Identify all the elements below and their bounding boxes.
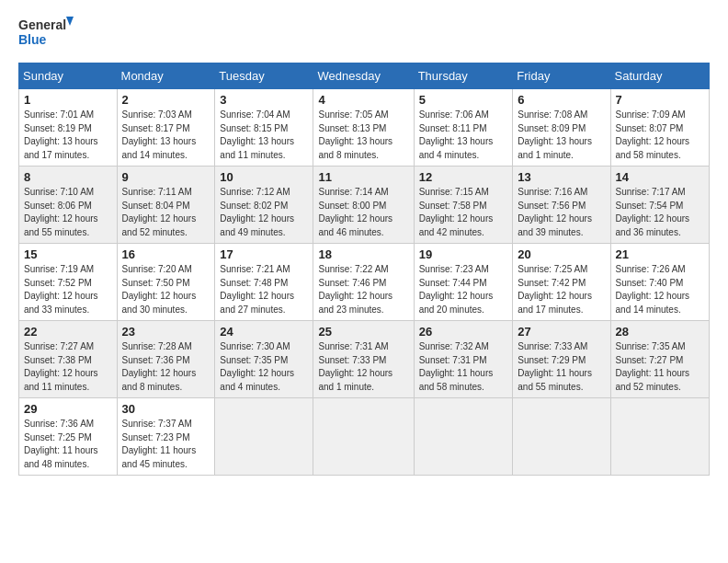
page: General Blue Sunday Monday Tuesday Wedne… bbox=[0, 0, 728, 563]
day-number: 10 bbox=[220, 170, 308, 184]
day-info: Sunrise: 7:06 AMSunset: 8:11 PMDaylight:… bbox=[419, 109, 494, 160]
day-cell: 11 Sunrise: 7:14 AMSunset: 8:00 PMDaylig… bbox=[313, 167, 414, 244]
day-info: Sunrise: 7:25 AMSunset: 7:42 PMDaylight:… bbox=[518, 264, 592, 315]
day-cell: 3 Sunrise: 7:04 AMSunset: 8:15 PMDayligh… bbox=[215, 89, 313, 167]
day-info: Sunrise: 7:05 AMSunset: 8:13 PMDaylight:… bbox=[318, 109, 392, 160]
col-friday: Friday bbox=[513, 63, 610, 89]
svg-text:Blue: Blue bbox=[18, 32, 47, 47]
day-cell: 23 Sunrise: 7:28 AMSunset: 7:36 PMDaylig… bbox=[117, 321, 215, 398]
day-number: 30 bbox=[122, 402, 210, 416]
day-info: Sunrise: 7:10 AMSunset: 8:06 PMDaylight:… bbox=[24, 187, 98, 237]
day-cell: 4 Sunrise: 7:05 AMSunset: 8:13 PMDayligh… bbox=[313, 89, 414, 167]
day-cell: 1 Sunrise: 7:01 AMSunset: 8:19 PMDayligh… bbox=[19, 89, 118, 167]
day-info: Sunrise: 7:22 AMSunset: 7:46 PMDaylight:… bbox=[318, 264, 392, 315]
week-row-2: 8 Sunrise: 7:10 AMSunset: 8:06 PMDayligh… bbox=[19, 167, 710, 244]
day-info: Sunrise: 7:11 AMSunset: 8:04 PMDaylight:… bbox=[122, 187, 197, 237]
day-info: Sunrise: 7:37 AMSunset: 7:23 PMDaylight:… bbox=[122, 419, 197, 469]
day-info: Sunrise: 7:21 AMSunset: 7:48 PMDaylight:… bbox=[220, 264, 294, 315]
day-cell: 20 Sunrise: 7:25 AMSunset: 7:42 PMDaylig… bbox=[513, 244, 610, 321]
logo: General Blue bbox=[18, 15, 74, 52]
day-info: Sunrise: 7:33 AMSunset: 7:29 PMDaylight:… bbox=[518, 341, 592, 392]
day-number: 9 bbox=[122, 170, 210, 184]
day-cell: 30 Sunrise: 7:37 AMSunset: 7:23 PMDaylig… bbox=[117, 398, 215, 476]
day-info: Sunrise: 7:32 AMSunset: 7:31 PMDaylight:… bbox=[419, 341, 494, 392]
day-cell: 16 Sunrise: 7:20 AMSunset: 7:50 PMDaylig… bbox=[117, 244, 215, 321]
day-number: 24 bbox=[220, 325, 308, 339]
col-wednesday: Wednesday bbox=[313, 63, 414, 89]
day-number: 1 bbox=[24, 93, 112, 107]
calendar-header-row: Sunday Monday Tuesday Wednesday Thursday… bbox=[19, 63, 710, 89]
day-info: Sunrise: 7:26 AMSunset: 7:40 PMDaylight:… bbox=[616, 264, 690, 315]
header: General Blue bbox=[18, 15, 710, 52]
day-cell: 7 Sunrise: 7:09 AMSunset: 8:07 PMDayligh… bbox=[610, 89, 709, 167]
day-number: 8 bbox=[24, 170, 112, 184]
day-info: Sunrise: 7:35 AMSunset: 7:27 PMDaylight:… bbox=[616, 341, 690, 392]
day-info: Sunrise: 7:15 AMSunset: 7:58 PMDaylight:… bbox=[419, 187, 494, 237]
day-cell: 18 Sunrise: 7:22 AMSunset: 7:46 PMDaylig… bbox=[313, 244, 414, 321]
day-cell bbox=[414, 398, 513, 476]
day-info: Sunrise: 7:04 AMSunset: 8:15 PMDaylight:… bbox=[220, 109, 294, 160]
day-number: 18 bbox=[318, 247, 408, 261]
day-cell bbox=[513, 398, 610, 476]
day-info: Sunrise: 7:30 AMSunset: 7:35 PMDaylight:… bbox=[220, 341, 294, 392]
day-number: 20 bbox=[518, 247, 605, 261]
svg-marker-2 bbox=[66, 17, 74, 26]
day-cell: 2 Sunrise: 7:03 AMSunset: 8:17 PMDayligh… bbox=[117, 89, 215, 167]
week-row-3: 15 Sunrise: 7:19 AMSunset: 7:52 PMDaylig… bbox=[19, 244, 710, 321]
day-cell bbox=[610, 398, 709, 476]
week-row-5: 29 Sunrise: 7:36 AMSunset: 7:25 PMDaylig… bbox=[19, 398, 710, 476]
day-number: 4 bbox=[318, 93, 408, 107]
col-tuesday: Tuesday bbox=[215, 63, 313, 89]
day-number: 27 bbox=[518, 325, 605, 339]
day-info: Sunrise: 7:28 AMSunset: 7:36 PMDaylight:… bbox=[122, 341, 197, 392]
day-number: 16 bbox=[122, 247, 210, 261]
day-number: 21 bbox=[616, 247, 704, 261]
day-cell: 12 Sunrise: 7:15 AMSunset: 7:58 PMDaylig… bbox=[414, 167, 513, 244]
day-number: 5 bbox=[419, 93, 508, 107]
day-number: 12 bbox=[419, 170, 508, 184]
day-cell: 8 Sunrise: 7:10 AMSunset: 8:06 PMDayligh… bbox=[19, 167, 118, 244]
svg-text:General: General bbox=[18, 17, 66, 32]
day-cell: 21 Sunrise: 7:26 AMSunset: 7:40 PMDaylig… bbox=[610, 244, 709, 321]
day-cell: 27 Sunrise: 7:33 AMSunset: 7:29 PMDaylig… bbox=[513, 321, 610, 398]
col-sunday: Sunday bbox=[19, 63, 118, 89]
day-number: 15 bbox=[24, 247, 112, 261]
day-number: 3 bbox=[220, 93, 308, 107]
day-info: Sunrise: 7:01 AMSunset: 8:19 PMDaylight:… bbox=[24, 109, 98, 160]
day-info: Sunrise: 7:27 AMSunset: 7:38 PMDaylight:… bbox=[24, 341, 98, 392]
day-cell: 29 Sunrise: 7:36 AMSunset: 7:25 PMDaylig… bbox=[19, 398, 118, 476]
day-cell: 5 Sunrise: 7:06 AMSunset: 8:11 PMDayligh… bbox=[414, 89, 513, 167]
day-cell bbox=[215, 398, 313, 476]
day-info: Sunrise: 7:08 AMSunset: 8:09 PMDaylight:… bbox=[518, 109, 592, 160]
day-number: 26 bbox=[419, 325, 508, 339]
day-info: Sunrise: 7:14 AMSunset: 8:00 PMDaylight:… bbox=[318, 187, 392, 237]
day-cell: 24 Sunrise: 7:30 AMSunset: 7:35 PMDaylig… bbox=[215, 321, 313, 398]
day-info: Sunrise: 7:17 AMSunset: 7:54 PMDaylight:… bbox=[616, 187, 690, 237]
day-cell: 10 Sunrise: 7:12 AMSunset: 8:02 PMDaylig… bbox=[215, 167, 313, 244]
day-cell: 6 Sunrise: 7:08 AMSunset: 8:09 PMDayligh… bbox=[513, 89, 610, 167]
calendar: Sunday Monday Tuesday Wednesday Thursday… bbox=[18, 63, 710, 476]
day-info: Sunrise: 7:31 AMSunset: 7:33 PMDaylight:… bbox=[318, 341, 392, 392]
day-info: Sunrise: 7:19 AMSunset: 7:52 PMDaylight:… bbox=[24, 264, 98, 315]
day-cell: 15 Sunrise: 7:19 AMSunset: 7:52 PMDaylig… bbox=[19, 244, 118, 321]
day-cell bbox=[313, 398, 414, 476]
day-number: 7 bbox=[616, 93, 704, 107]
day-number: 14 bbox=[616, 170, 704, 184]
day-cell: 14 Sunrise: 7:17 AMSunset: 7:54 PMDaylig… bbox=[610, 167, 709, 244]
day-number: 2 bbox=[122, 93, 210, 107]
day-number: 13 bbox=[518, 170, 605, 184]
day-info: Sunrise: 7:23 AMSunset: 7:44 PMDaylight:… bbox=[419, 264, 494, 315]
col-saturday: Saturday bbox=[610, 63, 709, 89]
day-info: Sunrise: 7:12 AMSunset: 8:02 PMDaylight:… bbox=[220, 187, 294, 237]
day-cell: 19 Sunrise: 7:23 AMSunset: 7:44 PMDaylig… bbox=[414, 244, 513, 321]
day-cell: 17 Sunrise: 7:21 AMSunset: 7:48 PMDaylig… bbox=[215, 244, 313, 321]
day-info: Sunrise: 7:36 AMSunset: 7:25 PMDaylight:… bbox=[24, 419, 98, 469]
day-number: 17 bbox=[220, 247, 308, 261]
day-info: Sunrise: 7:20 AMSunset: 7:50 PMDaylight:… bbox=[122, 264, 197, 315]
day-number: 29 bbox=[24, 402, 112, 416]
col-thursday: Thursday bbox=[414, 63, 513, 89]
day-number: 22 bbox=[24, 325, 112, 339]
day-cell: 25 Sunrise: 7:31 AMSunset: 7:33 PMDaylig… bbox=[313, 321, 414, 398]
day-cell: 13 Sunrise: 7:16 AMSunset: 7:56 PMDaylig… bbox=[513, 167, 610, 244]
day-number: 25 bbox=[318, 325, 408, 339]
